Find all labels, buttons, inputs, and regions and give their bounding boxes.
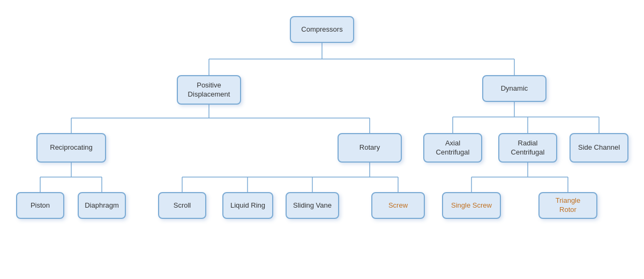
- node-triangle-rotor: Triangle Rotor: [538, 192, 597, 219]
- node-compressors: Compressors: [290, 16, 354, 43]
- node-axial-centrifugal: Axial Centrifugal: [423, 133, 482, 163]
- node-dynamic: Dynamic: [482, 75, 546, 102]
- node-positive-displacement: Positive Displacement: [177, 75, 241, 105]
- node-side-channel: Side Channel: [570, 133, 628, 163]
- node-sliding-vane: Sliding Vane: [286, 192, 339, 219]
- node-liquid-ring: Liquid Ring: [222, 192, 273, 219]
- node-scroll: Scroll: [158, 192, 206, 219]
- node-radial-centrifugal: Radial Centrifugal: [498, 133, 557, 163]
- node-piston: Piston: [16, 192, 64, 219]
- node-single-screw: Single Screw: [442, 192, 501, 219]
- node-rotary: Rotary: [338, 133, 402, 163]
- node-screw: Screw: [371, 192, 425, 219]
- node-diaphragm: Diaphragm: [78, 192, 126, 219]
- node-reciprocating: Reciprocating: [36, 133, 106, 163]
- chart-container: Compressors Positive Displacement Dynami…: [0, 0, 644, 279]
